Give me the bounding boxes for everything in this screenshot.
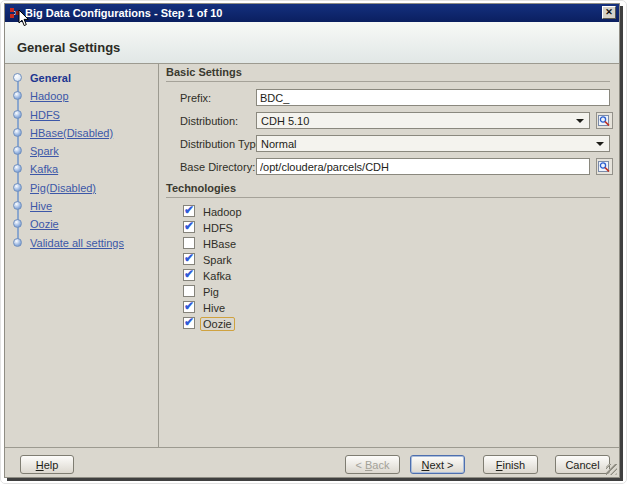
sidebar-item-pig[interactable]: Pig(Disabled) (13, 181, 96, 194)
close-button[interactable]: ✕ (602, 6, 616, 19)
window-title: Big Data Configurations - Step 1 of 10 (25, 7, 222, 19)
step-bullet-icon (13, 219, 22, 228)
distribution-type-label: Distribution Type: (180, 138, 265, 150)
sidebar-item-label: Hadoop (30, 90, 69, 102)
sidebar-item-label: Hive (30, 200, 52, 212)
step-bullet-icon (13, 183, 22, 192)
sidebar-item-general[interactable]: General (13, 71, 71, 84)
distribution-type-select[interactable]: Normal (256, 135, 610, 152)
cancel-button[interactable]: Cancel (555, 455, 610, 474)
prefix-input[interactable] (256, 89, 610, 106)
step-bullet-icon (13, 146, 22, 155)
checkbox-hbase[interactable] (183, 237, 195, 249)
sidebar-item-kafka[interactable]: Kafka (13, 162, 58, 175)
step-bullet-icon (13, 164, 22, 173)
close-icon: ✕ (605, 7, 613, 17)
checkbox-hbase-label[interactable]: HBase (200, 237, 239, 251)
browse-icon (598, 114, 611, 127)
sidebar-item-label: HDFS (30, 109, 60, 121)
sidebar-item-hadoop[interactable]: Hadoop (13, 89, 69, 102)
sidebar-item-label: Oozie (30, 218, 59, 230)
sidebar-item-label: Kafka (30, 163, 58, 175)
finish-button[interactable]: Finish (483, 455, 538, 474)
checkbox-spark[interactable] (183, 253, 195, 265)
checkbox-pig[interactable] (183, 285, 195, 297)
help-button[interactable]: Help (20, 455, 74, 474)
resize-grip[interactable] (606, 464, 617, 475)
technologies-section-title: Technologies (166, 182, 610, 198)
checkbox-kafka[interactable] (183, 269, 195, 281)
sidebar-content-divider (158, 64, 159, 448)
prefix-label: Prefix: (180, 92, 211, 104)
step-connector-line (17, 80, 19, 240)
base-directory-input[interactable] (256, 158, 590, 175)
sidebar-item-validate-all-settings[interactable]: Validate all settings (13, 236, 124, 249)
sidebar-item-hbase[interactable]: HBase(Disabled) (13, 126, 113, 139)
distribution-type-value: Normal (261, 138, 296, 150)
distribution-value: CDH 5.10 (261, 115, 309, 127)
wizard-dialog: Big Data Configurations - Step 1 of 10 ✕… (4, 3, 620, 478)
sidebar-item-spark[interactable]: Spark (13, 144, 59, 157)
dropdown-arrow-icon (596, 142, 604, 146)
step-bullet-icon (13, 201, 22, 210)
back-button[interactable]: < Back (345, 455, 400, 474)
sidebar-item-label: Pig(Disabled) (30, 182, 96, 194)
mouse-cursor-icon (18, 10, 30, 28)
checkbox-hadoop[interactable] (183, 205, 195, 217)
checkbox-oozie[interactable] (183, 317, 195, 329)
sidebar-item-label: Validate all settings (30, 237, 124, 249)
distribution-select[interactable]: CDH 5.10 (256, 112, 590, 129)
checkbox-spark-label[interactable]: Spark (200, 253, 235, 267)
checkbox-kafka-label[interactable]: Kafka (200, 269, 234, 283)
distribution-label: Distribution: (180, 115, 238, 127)
checkbox-pig-label[interactable]: Pig (200, 285, 222, 299)
wizard-header: General Settings (5, 22, 619, 64)
page-title: General Settings (17, 40, 120, 55)
dropdown-arrow-icon (576, 119, 584, 123)
checkbox-hdfs-label[interactable]: HDFS (200, 221, 236, 235)
base-directory-label: Base Directory: (180, 161, 255, 173)
basic-settings-section-title: Basic Settings (166, 66, 610, 82)
checkbox-hive-label[interactable]: Hive (200, 301, 228, 315)
step-bullet-icon (13, 128, 22, 137)
sidebar-item-oozie[interactable]: Oozie (13, 217, 59, 230)
screenshot-frame: Big Data Configurations - Step 1 of 10 ✕… (0, 0, 627, 484)
step-bullet-icon (13, 73, 22, 82)
sidebar-item-label: General (30, 72, 71, 84)
sidebar-item-hive[interactable]: Hive (13, 199, 52, 212)
main-bottom-border (5, 447, 619, 448)
sidebar-item-label: HBase(Disabled) (30, 127, 113, 139)
base-directory-browse-button[interactable] (596, 158, 613, 175)
next-button[interactable]: Next > (410, 455, 465, 474)
step-bullet-icon (13, 110, 22, 119)
distribution-browse-button[interactable] (596, 112, 613, 129)
checkbox-hdfs[interactable] (183, 221, 195, 233)
browse-icon (598, 160, 611, 173)
title-bar[interactable]: Big Data Configurations - Step 1 of 10 (5, 4, 619, 22)
checkbox-oozie-label[interactable]: Oozie (200, 317, 235, 331)
sidebar-item-hdfs[interactable]: HDFS (13, 108, 60, 121)
step-bullet-icon (13, 238, 22, 247)
checkbox-hive[interactable] (183, 301, 195, 313)
checkbox-hadoop-label[interactable]: Hadoop (200, 205, 245, 219)
step-bullet-icon (13, 91, 22, 100)
sidebar-item-label: Spark (30, 145, 59, 157)
